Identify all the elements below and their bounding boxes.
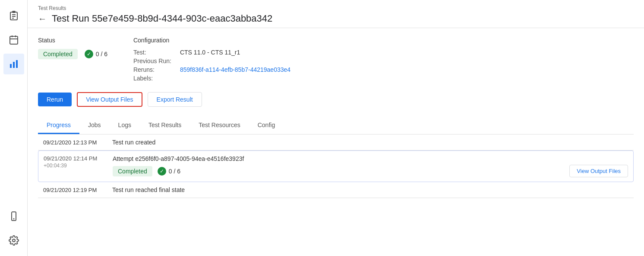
config-test-key: Test: bbox=[133, 49, 177, 56]
table-row: 09/21/2020 12:13 PM Test run created bbox=[38, 134, 634, 150]
sidebar bbox=[0, 0, 28, 256]
export-result-button[interactable]: Export Result bbox=[148, 92, 202, 107]
header: Test Results ← Test Run 55e7e459-8b9d-43… bbox=[28, 0, 644, 28]
table-row-attempt: 09/21/2020 12:14 PM +00:04:39 Attempt e2… bbox=[38, 150, 634, 182]
message-cell: Test run reached final state bbox=[107, 182, 634, 198]
config-test-value: CTS 11.0 - CTS 11_r1 bbox=[180, 49, 290, 56]
tab-test-resources[interactable]: Test Resources bbox=[190, 117, 249, 134]
info-section: Status Completed ✓ 0 / 6 Configuration T… bbox=[38, 37, 634, 82]
attempt-duration: +00:04:39 bbox=[44, 163, 102, 169]
sidebar-item-clipboard[interactable] bbox=[3, 5, 24, 26]
svg-rect-11 bbox=[16, 60, 18, 68]
timestamp-cell: 09/21/2020 12:19 PM bbox=[38, 182, 107, 198]
back-button[interactable]: ← bbox=[38, 14, 47, 24]
attempt-body: Attempt e256f6f0-a897-4005-94ea-e4516fe3… bbox=[107, 151, 633, 182]
config-prev-run-value bbox=[180, 58, 290, 64]
attempt-view-output-button[interactable]: View Output Files bbox=[569, 165, 628, 177]
tab-progress[interactable]: Progress bbox=[38, 117, 79, 134]
attempt-badge: Completed bbox=[113, 166, 152, 176]
check-icon: ✓ bbox=[85, 50, 93, 58]
page-title: Test Run 55e7e459-8b9d-4344-903c-eaac3ab… bbox=[52, 13, 272, 24]
svg-rect-10 bbox=[13, 62, 15, 68]
status-row: Completed ✓ 0 / 6 bbox=[38, 49, 107, 59]
main-content: Test Results ← Test Run 55e7e459-8b9d-43… bbox=[28, 0, 644, 256]
tab-logs[interactable]: Logs bbox=[110, 117, 140, 134]
sidebar-item-device[interactable] bbox=[3, 206, 24, 227]
breadcrumb: Test Results bbox=[38, 5, 634, 11]
sidebar-item-chart[interactable] bbox=[3, 54, 24, 74]
config-block: Configuration Test: CTS 11.0 - CTS 11_r1… bbox=[133, 37, 290, 82]
view-output-files-button[interactable]: View Output Files bbox=[77, 92, 142, 107]
attempt-pass-count: ✓ 0 / 6 bbox=[158, 167, 180, 176]
status-label: Status bbox=[38, 37, 107, 44]
timestamp-cell: 09/21/2020 12:13 PM bbox=[38, 134, 107, 150]
pass-count-value: 0 / 6 bbox=[96, 51, 107, 58]
config-reruns-link[interactable]: 859f836f-a114-4efb-85b7-44219ae033e4 bbox=[180, 66, 290, 73]
status-block: Status Completed ✓ 0 / 6 bbox=[38, 37, 107, 82]
table-row: 09/21/2020 12:19 PM Test run reached fin… bbox=[38, 182, 634, 198]
svg-rect-5 bbox=[10, 36, 18, 44]
attempt-footer: Completed ✓ 0 / 6 View Output Files bbox=[113, 165, 628, 177]
config-label: Configuration bbox=[133, 37, 290, 44]
config-reruns-key: Reruns: bbox=[133, 66, 177, 73]
sidebar-item-calendar[interactable] bbox=[3, 29, 24, 50]
tab-jobs[interactable]: Jobs bbox=[79, 117, 110, 134]
attempt-time: 09/21/2020 12:14 PM bbox=[44, 155, 102, 162]
config-prev-run-key: Previous Run: bbox=[133, 58, 177, 64]
progress-table: 09/21/2020 12:13 PM Test run created 09/… bbox=[38, 134, 634, 198]
config-labels-key: Labels: bbox=[133, 75, 177, 82]
attempt-count-value: 0 / 6 bbox=[169, 168, 180, 175]
tab-test-results[interactable]: Test Results bbox=[140, 117, 190, 134]
status-badge: Completed bbox=[38, 49, 78, 59]
attempt-title: Attempt e256f6f0-a897-4005-94ea-e4516fe3… bbox=[113, 155, 628, 162]
tabs-bar: Progress Jobs Logs Test Results Test Res… bbox=[38, 117, 634, 134]
config-labels-value bbox=[180, 75, 290, 82]
attempt-timestamp: 09/21/2020 12:14 PM +00:04:39 bbox=[38, 151, 107, 182]
svg-rect-9 bbox=[10, 64, 12, 68]
message-cell: Test run created bbox=[107, 134, 634, 150]
config-grid: Test: CTS 11.0 - CTS 11_r1 Previous Run:… bbox=[133, 49, 290, 82]
svg-point-14 bbox=[13, 239, 15, 242]
sidebar-item-settings[interactable] bbox=[3, 230, 24, 251]
content-area: Status Completed ✓ 0 / 6 Configuration T… bbox=[28, 28, 644, 256]
actions-row: Rerun View Output Files Export Result bbox=[38, 92, 634, 107]
attempt-container: 09/21/2020 12:14 PM +00:04:39 Attempt e2… bbox=[38, 150, 634, 182]
pass-count: ✓ 0 / 6 bbox=[85, 50, 107, 58]
tab-config[interactable]: Config bbox=[249, 117, 284, 134]
attempt-check-icon: ✓ bbox=[158, 167, 166, 176]
rerun-button[interactable]: Rerun bbox=[38, 93, 72, 106]
